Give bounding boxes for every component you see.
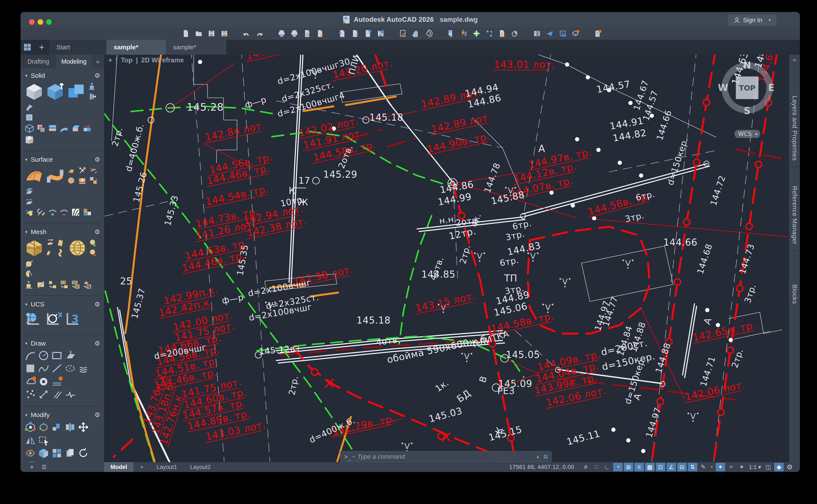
command-line[interactable]: >_ ▾ Type a command ▲ ⧉	[340, 451, 552, 462]
tab-start[interactable]: Start	[49, 40, 106, 55]
quick-select-icon[interactable]	[445, 28, 457, 39]
drawing-canvas[interactable]: VVVVVVVVVVVV144.47в. тр.143.20 лот.142.8…	[104, 55, 789, 462]
tool-icon-solid[interactable]	[88, 82, 97, 101]
tool-icon-mesh[interactable]	[82, 280, 92, 289]
annotation-scale-icon[interactable]: ✦	[737, 463, 747, 471]
tool-icon-ucs[interactable]: 3	[64, 311, 82, 328]
palette-menu-icon[interactable]: ☰	[42, 464, 47, 470]
tool-icon-modify[interactable]	[38, 435, 49, 446]
tool-icon-surface[interactable]	[36, 208, 46, 217]
workspace-icon[interactable]: ◫	[764, 463, 773, 471]
pan-icon[interactable]	[410, 28, 421, 39]
tool-icon-surface[interactable]	[67, 166, 76, 185]
print-icon[interactable]	[276, 28, 287, 39]
cloud-icon[interactable]	[570, 28, 581, 39]
compare-icon[interactable]	[532, 28, 543, 39]
tool-icon-solid[interactable]	[25, 124, 34, 133]
right-panel-collapse-button[interactable]: «	[793, 55, 796, 64]
autoscale-icon[interactable]: ✧	[726, 463, 736, 471]
tab-blocks[interactable]: Blocks	[791, 278, 798, 310]
plot-edit-icon[interactable]	[314, 28, 325, 39]
tool-icon-draw[interactable]	[64, 363, 76, 374]
ortho-icon[interactable]: ∟	[603, 463, 612, 471]
tool-icon-solid[interactable]	[48, 124, 57, 133]
tool-icon-modify[interactable]	[38, 422, 49, 433]
grid-icon[interactable]: #	[581, 463, 591, 471]
undo-icon[interactable]	[241, 28, 252, 39]
quick-props-icon[interactable]	[458, 28, 469, 39]
tab-layers-and-properties[interactable]: Layers and Properties	[791, 90, 798, 167]
tab-model[interactable]: Model	[104, 462, 134, 472]
tab-sample-2[interactable]: sample*	[166, 40, 226, 55]
save-icon[interactable]	[206, 28, 217, 39]
angle-icon[interactable]: ∠	[667, 463, 676, 471]
open-folder-icon[interactable]	[193, 28, 204, 39]
trace-icon[interactable]	[557, 28, 568, 39]
panel-settings-icon[interactable]: ⚙	[94, 300, 100, 308]
tool-icon-solid[interactable]	[25, 135, 34, 145]
annotation-pen-icon[interactable]: ✎	[699, 463, 708, 471]
tool-icon-draw[interactable]	[51, 350, 62, 361]
tool-icon-surface[interactable]	[48, 208, 57, 217]
tab-drafting[interactable]: Drafting	[21, 55, 56, 68]
command-input[interactable]: Type a command	[357, 453, 536, 460]
panel-collapse-icon[interactable]: ▾	[25, 157, 27, 162]
new-layout-button[interactable]: +	[134, 462, 150, 472]
tool-icon-modify[interactable]	[64, 448, 76, 459]
tool-icon-mesh[interactable]	[48, 280, 57, 289]
tool-icon-draw[interactable]	[51, 389, 62, 400]
tool-icon-draw[interactable]	[51, 376, 62, 387]
dynamic-ucs-icon[interactable]: ⊟	[677, 463, 687, 471]
tool-icon-solid[interactable]	[36, 124, 46, 133]
save-web-icon[interactable]	[375, 28, 386, 39]
tool-icon-mesh[interactable]	[36, 280, 46, 289]
new-tab-button[interactable]: +	[34, 40, 49, 55]
orbit-icon[interactable]	[423, 28, 434, 39]
panel-collapse-icon[interactable]: ▾	[25, 412, 27, 418]
tool-icon-draw[interactable]	[38, 389, 49, 400]
tool-icon-modify[interactable]	[51, 448, 62, 459]
tool-icon-solid[interactable]	[82, 124, 92, 133]
tab-layout2[interactable]: Layout2	[184, 462, 217, 472]
annotation-visibility-icon[interactable]: ✦	[716, 463, 725, 471]
panel-collapse-icon[interactable]: ▾	[25, 229, 27, 234]
tool-icon-surface[interactable]	[78, 166, 87, 185]
tab-layout1[interactable]: Layout1	[150, 462, 184, 472]
count-icon[interactable]	[592, 28, 603, 39]
page-setup-icon[interactable]	[302, 28, 313, 39]
tool-icon-modify[interactable]	[51, 422, 62, 433]
preview-icon[interactable]	[397, 28, 408, 39]
panel-settings-icon[interactable]: ⚙	[94, 411, 100, 419]
viewport-controls[interactable]: + | Top | 2D Wireframe	[108, 56, 184, 64]
panel-collapse-icon[interactable]: ▾	[25, 341, 27, 346]
tool-icon-modify[interactable]	[64, 422, 76, 433]
tool-icon-surface[interactable]	[82, 208, 92, 217]
tool-icon-surface[interactable]	[25, 187, 34, 206]
center-icon[interactable]	[471, 28, 482, 39]
tool-icon-surface[interactable]	[89, 166, 98, 185]
tool-icon-draw[interactable]	[25, 376, 36, 387]
snap-icon[interactable]: ∷	[592, 463, 601, 471]
dynamic-input-icon[interactable]: ⇅	[688, 463, 697, 471]
tool-icon-solid[interactable]	[67, 82, 85, 101]
tool-icon-mesh[interactable]	[68, 239, 87, 257]
command-dock-icon[interactable]: ⧉	[544, 453, 548, 460]
new-file-icon[interactable]	[180, 28, 191, 39]
polar-tracking-icon[interactable]: ◔	[613, 463, 623, 471]
tool-icon-draw[interactable]	[25, 389, 36, 400]
tool-icon-draw[interactable]	[51, 363, 62, 374]
panel-settings-icon[interactable]: ⚙	[94, 156, 100, 163]
tool-icon-solid[interactable]	[25, 82, 44, 101]
lineweight-icon[interactable]: ≡	[635, 463, 644, 471]
tool-icon-modify[interactable]	[25, 448, 36, 459]
tool-icon-modify[interactable]	[38, 448, 49, 459]
tool-icon-draw[interactable]	[38, 376, 49, 387]
tab-sample-active[interactable]: sample*	[106, 40, 166, 55]
tool-icon-surface[interactable]	[71, 208, 80, 217]
tool-icon-solid[interactable]	[25, 103, 34, 122]
tool-icon-modify[interactable]	[78, 422, 89, 433]
tool-icon-draw[interactable]	[64, 350, 76, 361]
tab-modeling[interactable]: Modeling	[56, 55, 92, 68]
tool-icon-draw[interactable]	[78, 363, 89, 374]
tool-icon-mesh[interactable]	[25, 239, 44, 257]
